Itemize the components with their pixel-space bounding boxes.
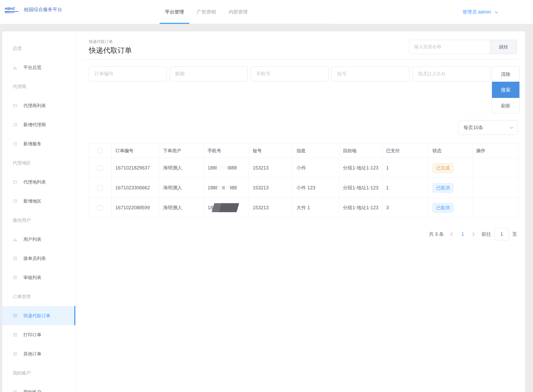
user-menu[interactable]: 管理员 admin [462,0,497,24]
order-id-filter-input[interactable] [89,66,167,81]
sidebar-item-18[interactable]: 我的账户 [2,382,75,392]
phone-redaction [225,184,230,192]
refresh-button[interactable]: 刷新 [492,98,519,114]
phone-filter-input[interactable] [251,66,329,81]
brand-name: 校园综合服务平台 [24,6,62,13]
sidebar-item-16[interactable]: 其他订单 [2,344,75,363]
brand: HBHZ 校园综合服务平台 [5,6,62,13]
cell-paid: 1 [382,158,429,178]
user-label: 管理员 admin [462,9,491,15]
status-badge: 已完成 [432,163,453,173]
cell-user: 海明溯人 [159,158,204,178]
sidebar-item-1[interactable]: 平台总览 [2,58,75,77]
status-badge: 已取消 [432,183,453,193]
column-header: 已支付 [382,143,429,158]
page-number[interactable]: 1 [461,231,464,237]
sidebar-item-7[interactable]: 代理地列表 [2,172,75,191]
cell-status: 已取消 [429,198,473,218]
cell-order-id: 1671022088599 [112,198,159,218]
cell-short-no: 153213 [249,198,293,218]
sidebar-item-label: 新增代理商 [23,122,46,128]
cell-paid: 1 [382,178,429,198]
goto-page-input[interactable] [494,228,509,240]
row-checkbox[interactable] [98,205,103,211]
sidebar-item-10[interactable]: 用户列表 [2,230,75,249]
main-nav: 平台管理广告营销内部管理 [159,0,330,24]
table-row: 1671023306662海明溯人18888888888153213小件 123… [89,178,519,198]
logo-underline-2 [5,12,15,13]
nickname-filter-input[interactable] [170,66,248,81]
clear-button[interactable]: 清除 [492,66,519,82]
row-checkbox[interactable] [98,165,103,171]
sidebar-section-label: 我的账户 [2,363,75,382]
sidebar-item-8[interactable]: 新增地区 [2,191,75,211]
jump-button[interactable]: 跳转 [490,40,517,54]
sidebar-item-label: 审核列表 [23,275,41,281]
column-header: 信息 [293,143,339,158]
cell-status: 已完成 [429,158,473,178]
table-row: 1671021829637海明溯人18888888888153213小件分组1-… [89,158,519,178]
archive-icon [13,180,18,184]
cell-status: 已取消 [429,178,473,198]
tab-2[interactable]: 内部管理 [229,0,248,24]
sidebar-item-14[interactable]: 快递代取订单 [2,306,75,325]
sidebar-item-15[interactable]: 打印订单 [2,325,75,344]
cell-actions [473,198,519,218]
chart-icon [13,237,18,242]
cell-short-no: 153213 [249,178,293,198]
page-jump-group: 跳转 [409,40,517,54]
select-all-checkbox[interactable] [98,148,103,153]
sidebar-item-12[interactable]: 审核列表 [2,268,75,287]
sidebar-item-11[interactable]: 接单员列表 [2,249,75,268]
logo-underline [5,11,19,12]
column-header: 下单用户 [159,143,204,158]
cell-order-id: 1671023306662 [112,178,159,198]
cell-phone: 18888888888 [204,198,249,218]
logo-text: HBHZ [5,7,19,11]
sidebar-item-4[interactable]: 新增代理商 [2,115,75,134]
sidebar-section-label: 代理商 [2,77,75,96]
chevron-down-icon [495,10,498,13]
status-badge: 已取消 [432,203,453,213]
chevron-right-icon[interactable] [471,232,475,236]
cell-short-no: 153213 [249,158,293,178]
row-checkbox[interactable] [98,185,103,191]
sidebar-item-label: 打印订单 [23,332,41,338]
phone-redaction [212,203,239,212]
logo[interactable]: HBHZ [5,7,19,13]
short-no-filter-input[interactable] [331,66,409,81]
cell-actions [473,178,519,198]
phone-redaction [217,164,228,172]
page-title: 快递代取订单 [89,46,132,55]
cell-destination: 分组1-地址1-123 [339,158,382,178]
sidebar-section-label: 总览 [2,39,75,58]
page-name-input[interactable] [409,40,490,54]
sidebar-item-label: 接单员列表 [23,255,46,262]
orders-table: 订单编号下单用户手机号短号信息目的地已支付状态操作 1671021829637海… [89,143,519,218]
status-filter-input[interactable] [412,66,490,81]
edit-icon [13,122,18,127]
sidebar-item-label: 代理地列表 [23,179,46,185]
chevron-left-icon[interactable] [451,232,454,236]
sidebar-item-5[interactable]: 新增服务 [2,134,75,153]
header-divider [83,59,519,60]
cell-order-id: 1671021829637 [112,158,159,178]
column-header: 操作 [473,143,519,158]
sidebar-item-3[interactable]: 代理商列表 [2,96,75,115]
page-size-select[interactable]: 每页10条 [458,120,518,135]
chart-icon [13,65,18,70]
sidebar-section-label: 订单管理 [2,287,75,306]
tab-1[interactable]: 广告营销 [197,0,216,24]
cell-user: 海明溯人 [159,198,204,218]
top-header: HBHZ 校园综合服务平台 平台管理广告营销内部管理 管理员 admin [0,0,533,24]
table-row: 1671022088599海明溯人18888888888153213大件 1分组… [89,198,519,218]
cell-phone: 18888888888 [204,178,249,198]
chevron-down-icon [510,125,513,129]
tab-0[interactable]: 平台管理 [165,0,184,24]
cell-info: 大件 1 [293,198,339,218]
cell-destination: 分组1-地址1-123 [339,198,382,218]
search-button[interactable]: 搜索 [492,82,519,98]
list-icon [13,390,18,392]
cell-info: 小件 [293,158,339,178]
sidebar-section-label: 微信用户 [2,211,75,230]
